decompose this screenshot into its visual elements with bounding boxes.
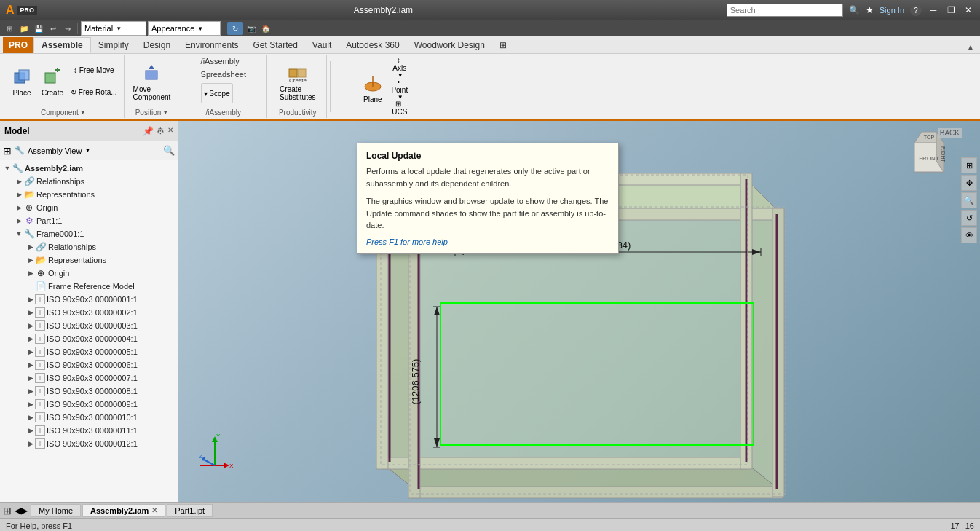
appearance-combo[interactable]: Appearance ▼ <box>148 21 221 36</box>
bottom-tab-part1[interactable]: Part1.ipt <box>167 504 213 517</box>
tree-item-frame-rel[interactable]: ▶ 🔗 Relationships <box>0 240 178 253</box>
tabs-nav-right[interactable]: ▶ <box>21 506 28 516</box>
tree-item-frame0001[interactable]: ▼ 🔧 Frame0001:1 <box>0 227 178 240</box>
tree-item-iso5[interactable]: ▶ I ISO 90x90x3 00000005:1 <box>0 345 178 358</box>
redo-btn[interactable]: ↪ <box>61 22 74 35</box>
ucs-btn[interactable]: ⊞ UCS <box>389 99 411 119</box>
home-btn[interactable]: 🏠 <box>259 22 272 35</box>
tab-simplify[interactable]: Simplify <box>91 37 136 53</box>
save-btn[interactable]: 💾 <box>32 22 45 35</box>
tree-item-iso3[interactable]: ▶ I ISO 90x90x3 00000003:1 <box>0 319 178 332</box>
search-input[interactable] <box>730 6 839 15</box>
material-combo[interactable]: Material ▼ <box>81 21 146 36</box>
frame-origin-exp[interactable]: ▶ <box>26 269 35 278</box>
back-label[interactable]: BACK <box>938 128 962 138</box>
create-btn[interactable]: Create <box>38 60 67 103</box>
plane-btn[interactable]: Plane <box>358 66 387 109</box>
iso5-label: ISO 90x90x3 00000005:1 <box>47 347 178 356</box>
tree-item-iso11[interactable]: ▶ I ISO 90x90x3 00000011:1 <box>0 424 178 437</box>
sign-in-btn[interactable]: Sign In <box>880 6 904 15</box>
tab-design[interactable]: Design <box>136 37 178 53</box>
tab-woodwork[interactable]: Woodwork Design <box>407 37 492 53</box>
bookmark-icon[interactable]: ★ <box>866 5 874 15</box>
create-substitutes-btn[interactable]: Create CreateSubstitutes <box>277 60 318 103</box>
sidebar-close[interactable]: ✕ <box>167 126 173 136</box>
ribbon-collapse[interactable]: ▲ <box>964 40 977 53</box>
tab-expand[interactable]: ⊞ <box>492 37 514 53</box>
tree-item-iso8[interactable]: ▶ I ISO 90x90x3 00000008:1 <box>0 385 178 398</box>
frame-rel-exp[interactable]: ▶ <box>26 243 35 251</box>
part1-expander[interactable]: ▶ <box>15 216 23 225</box>
assembly-view-arrow[interactable]: ▼ <box>84 147 90 154</box>
help-btn[interactable]: ? <box>910 4 922 16</box>
minimize-btn[interactable]: ─ <box>928 5 939 15</box>
frame-expander[interactable]: ▼ <box>15 229 23 238</box>
bottom-tab-assembly2[interactable]: Assembly2.iam ✕ <box>82 504 165 517</box>
tree-item-relationships[interactable]: ▶ 🔗 Relationships <box>0 175 178 188</box>
tree-item-iso12[interactable]: ▶ I ISO 90x90x3 00000012:1 <box>0 437 178 450</box>
tab-vault[interactable]: Vault <box>305 37 339 53</box>
update-btn[interactable]: ↻ <box>227 22 243 35</box>
undo-btn[interactable]: ↩ <box>47 22 60 35</box>
tree-item-iso9[interactable]: ▶ I ISO 90x90x3 00000009:1 <box>0 398 178 411</box>
component-dropdown-arrow[interactable]: ▼ <box>80 109 86 116</box>
tree-item-iso10[interactable]: ▶ I ISO 90x90x3 00000010:1 <box>0 411 178 424</box>
tree-item-representations[interactable]: ▶ 📂 Representations <box>0 188 178 201</box>
tree-item-iso6[interactable]: ▶ I ISO 90x90x3 00000006:1 <box>0 358 178 371</box>
root-expander[interactable]: ▼ <box>3 164 12 173</box>
orbit-btn[interactable]: ↺ <box>961 210 977 226</box>
sidebar-pin[interactable]: 📌 <box>143 126 154 136</box>
viewport[interactable]: (2582.984) (1206.575) FRONT <box>178 121 980 502</box>
tab-assemble[interactable]: Assemble <box>33 37 91 53</box>
look-btn[interactable]: 👁 <box>961 227 977 243</box>
search-bar[interactable] <box>727 4 843 17</box>
tree-item-frame-origin[interactable]: ▶ ⊕ Origin <box>0 267 178 280</box>
tree-item-iso2[interactable]: ▶ I ISO 90x90x3 00000002:1 <box>0 306 178 319</box>
origin-expander[interactable]: ▶ <box>15 203 23 212</box>
tabs-home-icon[interactable]: ⊞ <box>3 505 12 516</box>
tree-item-iso4[interactable]: ▶ I ISO 90x90x3 00000004:1 <box>0 332 178 345</box>
tree-item-frame-repr[interactable]: ▶ 📂 Representations <box>0 253 178 267</box>
camera-btn[interactable]: 📷 <box>245 22 258 35</box>
tree-item-part1[interactable]: ▶ ⚙ Part1:1 <box>0 214 178 227</box>
tree-item-frame-ref[interactable]: 📄 Frame Reference Model <box>0 280 178 293</box>
position-dropdown-arrow[interactable]: ▼ <box>162 109 168 116</box>
point-btn[interactable]: • Point ▼ <box>389 77 411 98</box>
frame-repr-exp[interactable]: ▶ <box>26 256 35 264</box>
search-tree-btn[interactable]: 🔍 <box>163 145 175 156</box>
move-component-btn[interactable]: MoveComponent <box>130 60 174 103</box>
scope-btn[interactable]: ▾ Scope <box>201 83 233 103</box>
sidebar-options[interactable]: ⚙ <box>157 126 165 136</box>
viewcube[interactable]: FRONT TOP RIGHT BACK <box>900 128 958 186</box>
tree-item-iso7[interactable]: ▶ I ISO 90x90x3 00000007:1 <box>0 371 178 385</box>
rel-expander[interactable]: ▶ <box>15 177 23 186</box>
zoom-full-btn[interactable]: ⊞ <box>961 157 977 173</box>
new-btn[interactable]: ⊞ <box>3 22 16 35</box>
pro-tab[interactable]: PRO <box>3 37 33 53</box>
tab-autodesk360[interactable]: Autodesk 360 <box>339 37 406 53</box>
ribbon-group-component: Place Create ↕ Free Move <box>3 55 125 118</box>
iso1-icon: I <box>35 294 45 304</box>
pan-btn[interactable]: ✥ <box>961 175 977 191</box>
zoom-btn[interactable]: 🔍 <box>961 192 977 208</box>
frame-label: Frame0001:1 <box>36 229 178 238</box>
tree-item-origin[interactable]: ▶ ⊕ Origin <box>0 201 178 214</box>
tree-root[interactable]: ▼ 🔧 Assembly2.iam <box>0 162 178 175</box>
point-icon: • <box>398 78 400 86</box>
assembly2-close[interactable]: ✕ <box>151 506 157 514</box>
place-btn[interactable]: Place <box>7 60 36 103</box>
bottom-tab-myhome[interactable]: My Home <box>31 504 81 517</box>
tree-item-iso1[interactable]: ▶ I ISO 90x90x3 00000001:1 <box>0 293 178 306</box>
axis-btn[interactable]: ↕ Axis ▼ <box>389 55 411 76</box>
search-icon[interactable]: 🔍 <box>849 5 860 15</box>
filter-icon[interactable]: ⊞ <box>3 145 12 157</box>
free-rotate-btn[interactable]: ↻ Free Rota... <box>68 82 119 103</box>
repr-expander[interactable]: ▶ <box>15 190 23 199</box>
tabs-nav-left[interactable]: ◀ <box>15 506 21 516</box>
tab-get-started[interactable]: Get Started <box>245 37 304 53</box>
tab-environments[interactable]: Environments <box>178 37 245 53</box>
free-move-btn[interactable]: ↕ Free Move <box>68 60 119 81</box>
open-btn[interactable]: 📁 <box>17 22 31 35</box>
close-btn[interactable]: ✕ <box>963 5 974 15</box>
restore-btn[interactable]: ❒ <box>945 5 957 15</box>
